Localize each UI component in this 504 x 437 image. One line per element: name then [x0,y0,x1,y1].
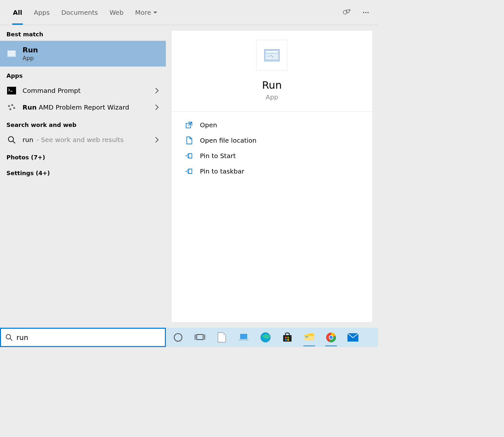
svg-point-10 [8,105,10,107]
search-body: Best match Run App Apps Command Prompt [0,25,378,328]
details-subtitle: App [266,93,278,101]
svg-point-38 [329,336,333,339]
details-preview: Run App [172,31,372,111]
svg-point-3 [365,12,366,13]
details-card: Run App Open Open file location [172,31,372,322]
windows-search-panel: All Apps Documents Web More Best match [0,0,378,328]
svg-point-14 [8,137,14,142]
svg-point-22 [174,334,182,341]
svg-rect-30 [285,337,287,338]
cortana-icon[interactable] [171,330,185,344]
svg-rect-35 [305,336,308,337]
result-amd-wizard-title: Run AMD Problem Report Wizard [22,103,129,111]
svg-rect-7 [8,53,15,56]
svg-rect-23 [197,334,203,340]
svg-point-20 [6,334,11,339]
section-search-web: Search work and web [0,116,166,131]
svg-point-2 [363,12,364,13]
result-run-texts: Run App [22,46,38,61]
command-prompt-icon [6,85,17,96]
result-web-run-title: run - See work and web results [22,136,124,144]
mail-icon[interactable] [346,330,360,344]
action-pin-to-start[interactable]: Pin to Start [172,148,372,164]
file-location-icon [184,136,194,145]
svg-point-11 [11,104,13,106]
chevron-right-icon[interactable] [155,104,159,111]
chrome-browser-icon[interactable] [324,330,338,344]
search-icon [5,334,13,341]
laptop-settings-icon[interactable] [237,330,251,344]
feedback-icon[interactable] [341,7,352,18]
action-open-label: Open [200,121,217,129]
svg-line-15 [13,141,15,143]
edge-browser-icon[interactable] [258,330,273,344]
tab-documents[interactable]: Documents [56,0,104,25]
svg-rect-18 [266,54,278,59]
tab-all[interactable]: All [7,0,28,25]
search-input[interactable] [16,334,160,342]
details-title: Run [262,79,282,91]
section-settings[interactable]: Settings (4+) [0,164,166,180]
chevron-down-icon [153,10,158,15]
chevron-right-icon[interactable] [155,87,159,94]
svg-line-21 [10,339,13,341]
task-view-icon[interactable] [193,330,207,344]
svg-rect-8 [7,87,16,94]
svg-rect-33 [287,339,289,341]
search-input-box[interactable] [0,328,166,347]
run-dialog-icon [6,49,17,59]
svg-point-13 [9,108,11,110]
libreoffice-icon[interactable] [215,330,229,344]
action-pin-to-taskbar[interactable]: Pin to taskbar [172,164,372,179]
result-run-title: Run [22,46,38,54]
svg-point-4 [367,12,369,13]
more-options-icon[interactable] [360,7,372,18]
search-filter-tabs: All Apps Documents Web More [0,0,378,25]
result-command-prompt[interactable]: Command Prompt [0,82,166,99]
result-web-run[interactable]: run - See work and web results [0,131,166,148]
tab-web[interactable]: Web [104,0,130,25]
tab-more-label: More [135,9,151,16]
tab-apps[interactable]: Apps [28,0,56,25]
search-icon [6,135,17,145]
tab-more[interactable]: More [129,0,163,25]
chevron-right-icon[interactable] [155,137,159,143]
file-explorer-icon[interactable] [302,330,316,344]
search-details-pane: Run App Open Open file location [166,25,378,328]
action-open[interactable]: Open [172,117,372,133]
result-run-app[interactable]: Run App [0,41,166,67]
svg-point-12 [13,107,15,109]
action-open-loc-label: Open file location [200,137,256,144]
result-run-subtitle: App [22,55,38,61]
svg-rect-17 [266,51,278,53]
amd-wizard-icon [6,102,17,112]
action-open-file-location[interactable]: Open file location [172,133,372,148]
run-dialog-large-icon [256,40,287,71]
action-pin-taskbar-label: Pin to taskbar [200,167,244,175]
svg-rect-26 [239,339,248,341]
svg-rect-9 [10,91,13,92]
pin-taskbar-icon [184,167,194,176]
action-pin-start-label: Pin to Start [200,152,236,160]
result-command-prompt-title: Command Prompt [22,87,81,94]
svg-rect-6 [8,51,15,52]
open-icon [184,120,194,129]
search-header-icons [341,0,372,25]
section-photos[interactable]: Photos (7+) [0,148,166,164]
section-best-match: Best match [0,25,166,41]
svg-rect-31 [287,337,289,338]
taskbar [166,328,378,347]
svg-rect-32 [285,339,287,341]
result-amd-wizard[interactable]: Run AMD Problem Report Wizard [0,99,166,116]
pin-start-icon [184,151,194,160]
microsoft-store-icon[interactable] [280,330,294,344]
section-apps: Apps [0,67,166,82]
details-actions: Open Open file location Pin to Start [172,111,372,185]
search-results-list: Best match Run App Apps Command Prompt [0,25,166,328]
